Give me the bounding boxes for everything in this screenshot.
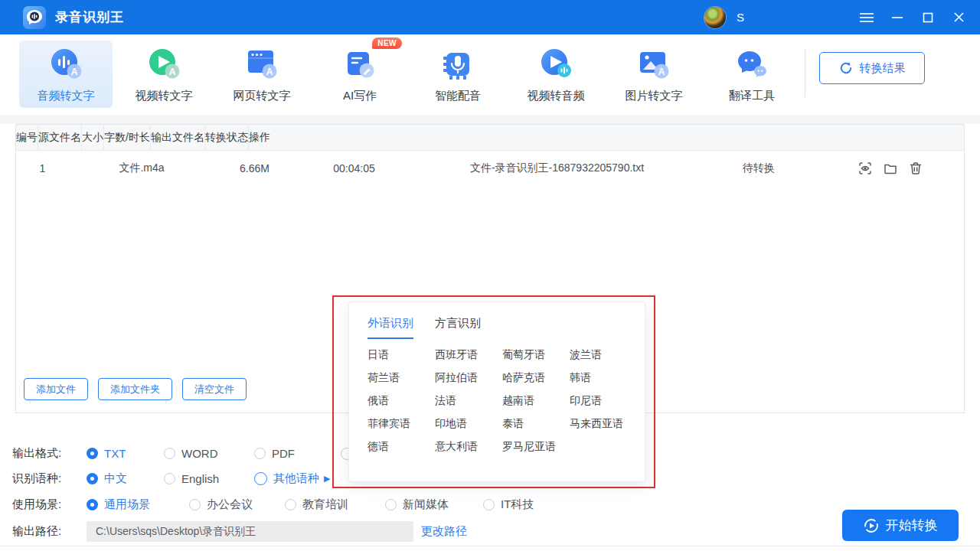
recognition-language-row: 识别语种: 中文 English 其他语种 ▶ [12, 469, 330, 487]
language-option[interactable]: 波兰语 [570, 348, 637, 362]
preview-icon[interactable] [858, 161, 872, 175]
language-option[interactable]: 德语 [368, 440, 435, 454]
close-icon[interactable] [943, 0, 974, 34]
language-option[interactable]: 马来西亚语 [570, 417, 637, 431]
radio-option[interactable]: 通用场景 [87, 497, 189, 512]
language-option[interactable]: 泰语 [502, 417, 570, 431]
language-popup: 外语识别方言识别 日语西班牙语葡萄牙语波兰语荷兰语阿拉伯语哈萨克语韩语俄语法语越… [348, 302, 645, 482]
radio-option[interactable]: 新闻媒体 [385, 497, 483, 512]
delete-icon[interactable] [909, 161, 923, 175]
language-option[interactable]: 西班牙语 [435, 348, 502, 362]
popup-tabs: 外语识别方言识别 [349, 302, 645, 339]
radio-option[interactable]: IT科技 [483, 497, 534, 512]
tab-translate-tool[interactable]: 翻译工具 [705, 41, 799, 108]
web-to-text-icon: A [243, 46, 280, 83]
tab-label: 网页转文字 [234, 89, 291, 103]
user-name: S [737, 11, 744, 24]
video-to-text-icon: A [145, 46, 182, 83]
radio-option[interactable]: 中文 [87, 471, 164, 486]
minimize-icon[interactable] [882, 0, 913, 34]
language-option[interactable]: 阿拉伯语 [435, 371, 502, 385]
radio-label: TXT [104, 447, 126, 460]
tab-video-to-audio[interactable]: 视频转音频 [509, 41, 603, 108]
radio-label: 办公会议 [207, 497, 253, 512]
output-format-label: 输出格式: [12, 446, 87, 461]
refresh-icon [839, 61, 853, 75]
tab-ai-writing[interactable]: NEW AI写作 [313, 41, 407, 108]
image-to-text-icon: A [635, 46, 672, 83]
tab-image-to-text[interactable]: A 图片转文字 [607, 41, 701, 108]
table-header: 编号源文件名大小字数/时长输出文件名转换状态操作 [16, 125, 964, 151]
radio-icon [254, 472, 267, 485]
clear-files-button[interactable]: 清空文件 [182, 378, 247, 400]
tab-video-to-text[interactable]: A 视频转文字 [117, 41, 211, 108]
change-path-link[interactable]: 更改路径 [421, 524, 467, 539]
language-option[interactable]: 意大利语 [435, 440, 502, 454]
maximize-icon[interactable] [913, 0, 943, 34]
smart-dubbing-icon [439, 46, 476, 83]
radio-option[interactable]: WORD [164, 447, 254, 460]
title-bar: 录音识别王 S [0, 0, 980, 34]
radio-option[interactable]: TXT [87, 447, 164, 460]
language-option[interactable]: 菲律宾语 [368, 417, 435, 431]
radio-option[interactable]: PDF [254, 447, 295, 460]
audio-to-text-icon: A [47, 46, 84, 83]
usage-scenario-label: 使用场景: [12, 497, 87, 512]
tab-web-to-text[interactable]: A 网页转文字 [215, 41, 309, 108]
radio-option[interactable]: 办公会议 [189, 497, 285, 512]
output-path-row: 输出路径: C:\Users\sqs\Desktop\录音识别王 更改路径 [12, 521, 467, 542]
add-file-button[interactable]: 添加文件 [24, 378, 88, 400]
radio-option[interactable]: English [164, 471, 254, 486]
language-option[interactable]: 罗马尼亚语 [502, 440, 570, 454]
language-option[interactable]: 印地语 [435, 417, 502, 431]
tab-label: 智能配音 [435, 89, 481, 103]
cell-status: 待转换 [701, 161, 817, 175]
language-option[interactable]: 日语 [368, 348, 435, 362]
expand-arrow-icon: ▶ [324, 474, 330, 484]
radio-label: English [181, 472, 219, 485]
open-folder-icon[interactable] [884, 161, 897, 175]
language-option[interactable]: 荷兰语 [368, 371, 435, 385]
language-option[interactable]: 韩语 [570, 371, 637, 385]
tab-smart-dubbing[interactable]: 智能配音 [411, 41, 505, 108]
conversion-results-button[interactable]: 转换结果 [819, 52, 925, 84]
radio-label: 新闻媒体 [403, 497, 449, 512]
bottom-divider [0, 546, 980, 546]
table-header-cell: 编号 [16, 125, 38, 150]
table-header-cell: 源文件名 [38, 125, 82, 150]
tab-audio-to-text[interactable]: A 音频转文字 [19, 41, 113, 108]
radio-label: 中文 [104, 471, 127, 486]
radio-option[interactable]: 教育培训 [285, 497, 385, 512]
radio-label: 通用场景 [104, 497, 150, 512]
tab-label: 视频转音频 [528, 89, 585, 103]
results-button-label: 转换结果 [860, 61, 906, 76]
table-row[interactable]: 1 文件.m4a 6.66M 00:04:05 文件-录音识别王-1687932… [16, 151, 964, 186]
table-header-cell: 大小 [82, 125, 104, 150]
svg-text:A: A [71, 66, 78, 77]
table-header-cell: 字数/时长 [104, 125, 151, 150]
language-option[interactable]: 印尼语 [570, 394, 637, 408]
file-actions: 添加文件 添加文件夹 清空文件 [24, 378, 247, 400]
menu-icon[interactable] [851, 0, 882, 34]
user-avatar[interactable] [704, 7, 726, 28]
language-option[interactable]: 俄语 [368, 394, 435, 408]
cell-size: 6.66M [214, 162, 295, 174]
language-option[interactable]: 越南语 [502, 394, 570, 408]
start-conversion-button[interactable]: 开始转换 [842, 510, 959, 541]
cell-number: 1 [16, 162, 69, 174]
add-folder-button[interactable]: 添加文件夹 [98, 378, 172, 400]
language-option[interactable]: 葡萄牙语 [502, 348, 570, 362]
app-window: 录音识别王 S [0, 0, 980, 551]
cell-duration: 00:04:05 [295, 162, 413, 174]
radio-option[interactable]: 其他语种 ▶ [254, 471, 330, 486]
table-header-cell: 转换状态 [205, 125, 249, 150]
background-strip [0, 115, 980, 124]
language-option[interactable]: 法语 [435, 394, 502, 408]
recognition-language-label: 识别语种: [12, 471, 87, 486]
popup-tab[interactable]: 外语识别 [368, 316, 413, 339]
popup-tab[interactable]: 方言识别 [435, 316, 481, 339]
output-path-input[interactable]: C:\Users\sqs\Desktop\录音识别王 [87, 521, 413, 542]
play-icon [864, 518, 879, 533]
language-option[interactable]: 哈萨克语 [502, 371, 570, 385]
svg-text:A: A [266, 66, 273, 77]
